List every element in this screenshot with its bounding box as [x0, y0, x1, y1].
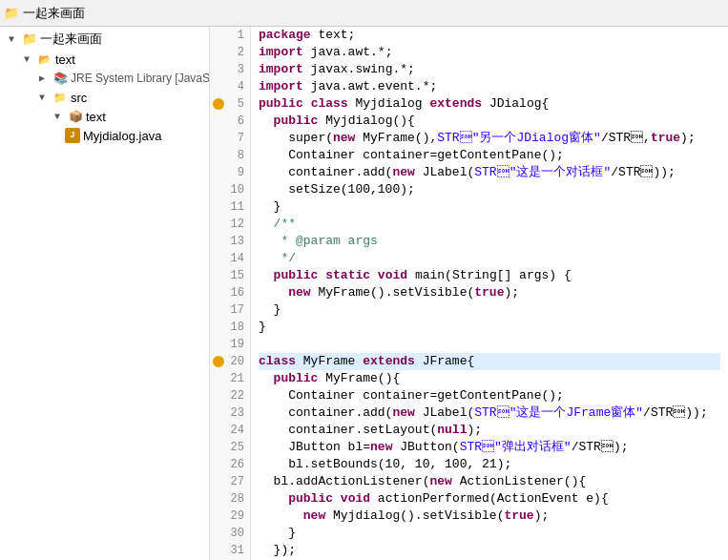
line-num-text: 23 — [225, 404, 244, 422]
code-editor[interactable]: 1234567891011121314151617181920212223242… — [210, 27, 728, 560]
arrow-down-icon: ▼ — [4, 31, 19, 47]
line-number-31: 31 — [212, 542, 248, 559]
code-line-19 — [259, 336, 720, 353]
code-line-2: import java.awt.*; — [259, 44, 720, 61]
tree-item-text[interactable]: ▼ 📂 text — [0, 50, 209, 69]
tree-item-root[interactable]: ▼ 📁 一起来画面 — [0, 29, 209, 50]
line-number-3: 3 — [212, 61, 248, 78]
line-number-17: 17 — [212, 301, 248, 319]
line-number-25: 25 — [212, 439, 248, 456]
line-num-text: 27 — [225, 473, 244, 490]
line-num-text: 29 — [225, 508, 244, 525]
folder-text-icon: 📂 — [37, 52, 52, 67]
arrow-down-icon-2: ▼ — [19, 52, 34, 67]
line-number-12: 12 — [212, 216, 248, 233]
toolbar: 📁 一起来画面 — [0, 0, 728, 27]
warn-icon — [213, 356, 224, 367]
line-number-22: 22 — [212, 387, 248, 404]
tree-label-root: 一起来画面 — [40, 31, 102, 48]
arrow-right-icon: ▶ — [34, 71, 50, 86]
code-line-1: package text; — [259, 27, 720, 44]
code-line-10: setSize(100,100); — [259, 181, 720, 198]
arrow-down-icon-4: ▼ — [50, 109, 65, 124]
project-icon: 📁 — [22, 31, 37, 47]
line-num-text: 28 — [225, 490, 244, 508]
gutter-5 — [212, 98, 225, 110]
line-number-21: 21 — [212, 370, 248, 387]
line-num-text: 25 — [225, 439, 244, 456]
line-number-26: 26 — [212, 456, 248, 473]
line-number-8: 8 — [212, 147, 248, 164]
code-line-7: super(new MyFrame(),STR"另一个JDialog窗体"/S… — [259, 130, 720, 147]
tree-item-package[interactable]: ▼ 📦 text — [0, 107, 209, 126]
line-number-29: 29 — [212, 508, 248, 525]
line-num-text: 31 — [225, 542, 244, 559]
tree-label-package: text — [86, 110, 106, 124]
code-line-27: bl.addActionListener(new ActionListener(… — [259, 473, 720, 490]
code-line-15: public static void main(String[] args) { — [259, 267, 720, 284]
line-number-27: 27 — [212, 473, 248, 490]
line-num-text: 19 — [225, 336, 244, 353]
line-num-text: 20 — [225, 353, 244, 370]
tree-item-file[interactable]: J Myjdialog.java — [0, 126, 209, 145]
line-number-16: 16 — [212, 284, 248, 301]
project-tree: ▼ 📁 一起来画面 ▼ 📂 text ▶ 📚 JRE System Librar… — [0, 27, 210, 560]
line-number-20: 20 — [212, 353, 248, 370]
line-numbers: 1234567891011121314151617181920212223242… — [210, 27, 251, 560]
code-line-28: public void actionPerformed(ActionEvent … — [259, 490, 720, 508]
package-icon: 📦 — [68, 109, 83, 124]
code-line-4: import java.awt.event.*; — [259, 78, 720, 95]
line-number-2: 2 — [212, 44, 248, 61]
code-line-6: public Myjdialog(){ — [259, 113, 720, 130]
code-line-14: */ — [259, 250, 720, 267]
code-line-5: public class Myjdialog extends JDialog{ — [259, 95, 720, 113]
line-number-19: 19 — [212, 336, 248, 353]
code-line-17: } — [259, 301, 720, 319]
line-num-text: 2 — [225, 44, 244, 61]
line-num-text: 6 — [225, 113, 244, 130]
code-line-29: new Myjdialog().setVisible(true); — [259, 508, 720, 525]
line-number-4: 4 — [212, 78, 248, 95]
code-line-20: class MyFrame extends JFrame{ — [259, 353, 720, 370]
line-num-text: 14 — [225, 250, 244, 267]
tree-item-src[interactable]: ▼ 📁 src — [0, 88, 209, 107]
line-number-10: 10 — [212, 181, 248, 198]
line-num-text: 4 — [225, 78, 244, 95]
code-container: 1234567891011121314151617181920212223242… — [210, 27, 728, 560]
line-num-text: 8 — [225, 147, 244, 164]
line-num-text: 15 — [225, 267, 244, 284]
line-num-text: 12 — [225, 216, 244, 233]
toolbar-project-icon: 📁 — [4, 6, 19, 21]
line-num-text: 26 — [225, 456, 244, 473]
code-line-22: Container container=getContentPane(); — [259, 387, 720, 404]
code-line-30: } — [259, 525, 720, 542]
code-line-26: bl.setBounds(10, 10, 100, 21); — [259, 456, 720, 473]
line-number-9: 9 — [212, 164, 248, 181]
code-line-11: } — [259, 198, 720, 216]
line-num-text: 30 — [225, 525, 244, 542]
line-number-6: 6 — [212, 113, 248, 130]
warn-icon — [213, 98, 224, 110]
line-number-1: 1 — [212, 27, 248, 44]
code-line-9: container.add(new JLabel(STR"这是一个对话框"/S… — [259, 164, 720, 181]
line-number-30: 30 — [212, 525, 248, 542]
line-num-text: 1 — [225, 27, 244, 44]
tree-item-jre[interactable]: ▶ 📚 JRE System Library [JavaSE-1.8] — [0, 69, 209, 88]
line-number-5: 5 — [212, 95, 248, 113]
line-number-24: 24 — [212, 422, 248, 439]
line-number-13: 13 — [212, 233, 248, 250]
line-num-text: 18 — [225, 319, 244, 336]
line-num-text: 7 — [225, 130, 244, 147]
line-num-text: 24 — [225, 422, 244, 439]
tree-label-file: Myjdialog.java — [83, 129, 161, 143]
line-num-text: 16 — [225, 284, 244, 301]
line-num-text: 10 — [225, 181, 244, 198]
tree-label-text: text — [55, 52, 75, 67]
code-line-21: public MyFrame(){ — [259, 370, 720, 387]
line-number-7: 7 — [212, 130, 248, 147]
code-line-23: container.add(new JLabel(STR"这是一个JFrame… — [259, 404, 720, 422]
jre-icon: 📚 — [52, 71, 68, 86]
code-line-25: JButton bl=new JButton(STR"弹出对话框"/STR)… — [259, 439, 720, 456]
tree-label-jre: JRE System Library [JavaSE-1.8] — [71, 72, 210, 85]
code-line-13: * @param args — [259, 233, 720, 250]
